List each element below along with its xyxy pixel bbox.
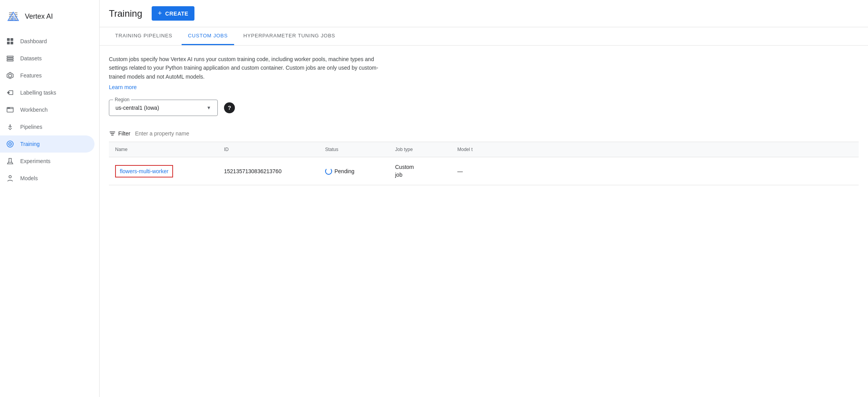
sidebar-item-datasets[interactable]: Datasets <box>0 50 94 67</box>
training-icon <box>6 140 14 148</box>
svg-point-29 <box>9 176 11 178</box>
datasets-icon <box>6 54 14 62</box>
svg-rect-16 <box>10 42 13 44</box>
svg-rect-17 <box>7 56 13 57</box>
sidebar-label-labelling: Labelling tasks <box>20 90 56 96</box>
description-text: Custom jobs specify how Vertex AI runs y… <box>109 55 389 81</box>
filter-input[interactable] <box>135 130 859 137</box>
sidebar-item-models[interactable]: Models <box>0 170 94 187</box>
svg-point-28 <box>10 144 11 145</box>
filter-icon <box>109 130 116 137</box>
sidebar-item-workbench[interactable]: Workbench <box>0 101 94 118</box>
job-type-line2: job <box>395 172 402 178</box>
svg-rect-14 <box>10 38 13 41</box>
experiments-icon <box>6 157 14 165</box>
sidebar-label-datasets: Datasets <box>20 55 42 61</box>
region-select[interactable]: Region us-central1 (Iowa) ▼ <box>109 100 218 116</box>
job-name-link[interactable]: flowers-multi-worker <box>115 165 173 177</box>
filter-bar: Filter <box>109 125 859 142</box>
dropdown-arrow-icon: ▼ <box>206 105 211 111</box>
region-value: us-central1 (Iowa) <box>116 105 159 111</box>
tab-custom-jobs[interactable]: CUSTOM JOBS <box>182 27 234 45</box>
svg-point-25 <box>9 108 10 109</box>
workbench-icon <box>6 106 14 114</box>
page-title: Training <box>109 8 142 19</box>
col-header-id: ID <box>218 142 319 157</box>
tab-training-pipelines[interactable]: TRAINING PIPELINES <box>109 27 178 45</box>
sidebar-label-models: Models <box>20 175 38 181</box>
jobs-table: Name ID Status Job type Model t flowers-… <box>109 142 859 185</box>
cell-name[interactable]: flowers-multi-worker <box>109 159 218 184</box>
status-text: Pending <box>334 168 354 174</box>
pipelines-icon <box>6 123 14 131</box>
top-header: Training + CREATE <box>100 0 868 27</box>
svg-point-22 <box>8 92 9 93</box>
sidebar-item-features[interactable]: Features <box>0 67 94 84</box>
sidebar-item-labelling-tasks[interactable]: Labelling tasks <box>0 84 94 101</box>
sidebar-label-features: Features <box>20 72 42 79</box>
app-name: Vertex AI <box>25 12 53 21</box>
create-button[interactable]: + CREATE <box>152 6 195 21</box>
svg-rect-19 <box>7 60 13 61</box>
table-row: flowers-multi-worker 1521357130836213760… <box>109 157 859 185</box>
create-plus-icon: + <box>158 9 162 18</box>
cell-status: Pending <box>319 162 389 181</box>
cell-job-type: Custom job <box>389 157 451 185</box>
sidebar-item-dashboard[interactable]: Dashboard <box>0 33 94 50</box>
models-icon <box>6 174 14 182</box>
col-header-job-type: Job type <box>389 142 451 157</box>
sidebar-header: Vertex AI <box>0 6 99 33</box>
svg-rect-15 <box>7 42 10 44</box>
create-button-label: CREATE <box>165 11 189 17</box>
content-area: Custom jobs specify how Vertex AI runs y… <box>100 46 868 397</box>
region-label: Region <box>113 97 131 102</box>
sidebar-item-experiments[interactable]: Experiments <box>0 153 94 170</box>
table-header: Name ID Status Job type Model t <box>109 142 859 157</box>
main-content: Training + CREATE TRAINING PIPELINES CUS… <box>100 0 868 397</box>
svg-rect-13 <box>7 38 10 41</box>
region-dropdown: Region us-central1 (Iowa) ▼ ? <box>109 100 235 116</box>
dashboard-icon <box>6 37 14 45</box>
svg-point-24 <box>8 108 9 109</box>
col-header-model: Model t <box>451 142 498 157</box>
sidebar: Vertex AI Dashboard <box>0 0 100 397</box>
tabs-bar: TRAINING PIPELINES CUSTOM JOBS HYPERPARA… <box>100 27 868 46</box>
labelling-icon <box>6 89 14 97</box>
sidebar-label-dashboard: Dashboard <box>20 38 47 44</box>
cell-id: 1521357130836213760 <box>218 162 319 181</box>
job-type-line1: Custom <box>395 164 414 170</box>
sidebar-item-training[interactable]: Training <box>0 135 94 153</box>
vertex-ai-logo <box>6 9 20 23</box>
sidebar-label-pipelines: Pipelines <box>20 124 42 130</box>
sidebar-label-experiments: Experiments <box>20 158 51 164</box>
svg-marker-21 <box>9 74 12 77</box>
col-header-status: Status <box>319 142 389 157</box>
help-icon[interactable]: ? <box>224 102 235 113</box>
sidebar-label-workbench: Workbench <box>20 107 48 113</box>
tab-hyperparameter-tuning[interactable]: HYPERPARAMETER TUNING JOBS <box>237 27 341 45</box>
features-icon <box>6 72 14 79</box>
filter-icon-wrapper: Filter <box>109 130 130 137</box>
learn-more-link[interactable]: Learn more <box>109 84 137 90</box>
region-section: Region us-central1 (Iowa) ▼ ? <box>109 100 859 116</box>
pending-status-icon <box>325 168 332 175</box>
sidebar-label-training: Training <box>20 141 40 147</box>
svg-rect-18 <box>7 58 13 59</box>
col-header-name: Name <box>109 142 218 157</box>
cell-model: — <box>451 162 498 181</box>
sidebar-nav: Dashboard Datasets Features <box>0 33 99 187</box>
filter-label: Filter <box>118 130 130 137</box>
sidebar-item-pipelines[interactable]: Pipelines <box>0 118 94 135</box>
